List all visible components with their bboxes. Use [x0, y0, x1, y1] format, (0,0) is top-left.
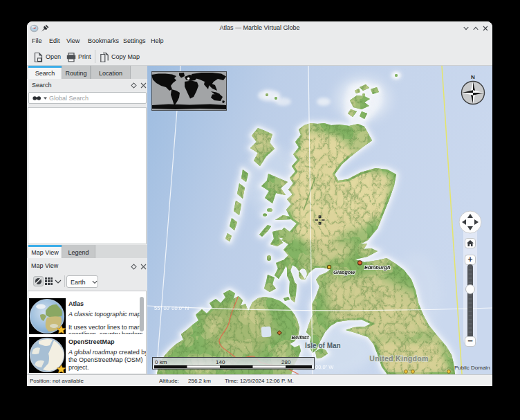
svg-text:Belfast: Belfast: [292, 334, 310, 340]
svg-text:N: N: [471, 74, 475, 80]
svg-text:00.0" W: 00.0" W: [315, 364, 334, 370]
svg-text:55° 00' 00.0" N: 55° 00' 00.0" N: [154, 305, 189, 311]
svg-text:Public Domain: Public Domain: [454, 365, 490, 371]
svg-text:Edinburgh: Edinburgh: [364, 264, 391, 271]
svg-text:Isle of Man: Isle of Man: [305, 342, 341, 349]
svg-text:United Kingdom: United Kingdom: [369, 354, 428, 363]
svg-text:Glasgow: Glasgow: [333, 269, 355, 275]
